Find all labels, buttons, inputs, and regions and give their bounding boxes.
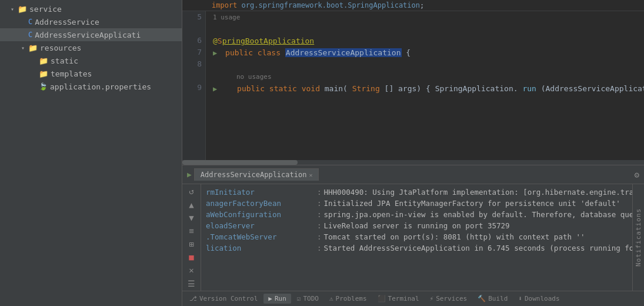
line-num-blank2: - [186,70,202,82]
keyword-public: public [225,48,258,57]
line-num-8: 8 [186,58,202,70]
code-lines: 1 usage @SpringBootApplication ▶ public … [206,11,644,160]
log-sep-2: : [317,209,322,220]
run-arrow-9: ▶ [213,85,217,93]
sidebar-item-addressservice[interactable]: C AddressService [0,15,182,28]
stop-button[interactable]: ■ [185,252,198,262]
log-line-3: eloadServer : LiveReload server is runni… [201,220,632,231]
main-run-args: (AddressServiceApplication. [541,84,644,93]
log-msg-5: Started AddressServiceApplication in 6.7… [324,242,632,254]
code-line-9-content: public static void main( String [] args)… [225,84,644,93]
todo-icon: ☑ [297,295,301,302]
sidebar-item-label-addressservice: AddressService [35,18,99,26]
file-tree-sidebar: ▾ 📁 service C AddressService C AddressSe… [0,0,182,306]
line-num-blank1: - [186,23,202,35]
main-method: main( [325,84,348,93]
log-msg-4: Tomcat started on port(s): 8081 (http) w… [324,231,585,242]
tab-downloads[interactable]: ⬇ Downloads [513,294,564,304]
editor-scrollbar-thumb [182,160,298,165]
sidebar-item-label-static: static [51,56,78,65]
sidebar-item-templates[interactable]: 📁 templates [0,67,182,80]
log-msg-1: Initialized JPA EntityManagerFactory for… [324,198,620,209]
sidebar-item-label-addressserviceapp: AddressServiceApplicati [35,31,141,39]
folder-icon-service: 📁 [18,5,27,14]
log-line-0: rmInitiator : HHH000490: Using JtaPlatfo… [201,187,632,198]
run-tab-icon: ▶ [268,295,272,302]
close-panel-button[interactable]: ✕ [185,265,198,275]
editor-area: import org.springframework.boot.SpringAp… [182,0,644,165]
main-args: [] args) { SpringApplication. [385,84,518,93]
java-icon-addressserviceapp: C [28,31,32,39]
java-icon-addressservice: C [28,18,32,26]
folder-icon-templates: 📁 [39,69,48,78]
run-tab-addressservice[interactable]: AddressServiceApplication ✕ [194,168,319,181]
code-line-6: @SpringBootApplication [213,35,637,47]
log-line-1: anagerFactoryBean : Initialized JPA Enti… [201,198,632,209]
log-line-5: lication : Started AddressServiceApplica… [201,242,632,254]
tab-build[interactable]: 🔨 Build [473,294,512,304]
tab-label-todo: TODO [303,295,319,302]
folder-icon-resources: 📁 [28,44,38,52]
build-icon: 🔨 [478,295,486,302]
tab-services[interactable]: ⚡ Services [425,294,472,304]
log-source-2: aWebConfiguration [206,209,315,220]
editor-scrollbar-h[interactable] [182,160,644,165]
run-sidebar-buttons: ↺ ▲ ▼ ≡ ⊞ ■ ✕ ☰ [182,184,201,291]
keyword-public2: public [237,84,269,93]
run-tab-close[interactable]: ✕ [309,172,312,178]
run-panel: ▶ AddressServiceApplication ✕ ⚙ ↺ ▲ ▼ ≡ … [182,165,644,306]
code-line-5: 1 usage [213,11,637,24]
editor-top-partial: import org.springframework.boot.SpringAp… [182,0,644,11]
log-sep-5: : [317,242,322,254]
wrap-button[interactable]: ≡ [185,226,198,235]
rerun-button[interactable]: ↺ [185,187,198,196]
scroll-down-button[interactable]: ▼ [185,213,198,222]
tab-terminal[interactable]: ⬛ Terminal [373,294,424,304]
log-source-1: anagerFactoryBean [206,198,315,209]
sidebar-item-service[interactable]: ▾ 📁 service [0,2,182,15]
code-line-nousages: no usages [213,71,637,83]
file-tree: ▾ 📁 service C AddressService C AddressSe… [0,0,182,306]
notifications-panel: Notifications [632,184,644,291]
tab-label-services: Services [436,295,467,302]
menu-button[interactable]: ☰ [185,279,198,288]
run-log-output[interactable]: rmInitiator : HHH000490: Using JtaPlatfo… [201,184,632,291]
services-icon: ⚡ [430,295,434,302]
run-arrow-7: ▶ [213,49,217,57]
layout-button[interactable]: ⊞ [185,240,198,249]
tab-todo[interactable]: ☑ TODO [292,294,323,304]
keyword-static: static [269,84,302,93]
annotation-spring-prefix: S [218,36,222,45]
sidebar-item-static[interactable]: 📁 static [0,54,182,67]
line-numbers: 5 - 6 7 8 - 9 [182,11,206,160]
editor-content[interactable]: 5 - 6 7 8 - 9 1 usage @SpringBootApplica… [182,11,644,160]
arrow-spacer-2 [21,32,28,38]
sidebar-item-label-resources: resources [40,44,81,52]
log-source-4: .TomcatWebServer [206,231,315,242]
sidebar-item-addressserviceapp[interactable]: C AddressServiceApplicati [0,28,182,41]
annotation-spring-text: pringBootApplication [222,36,315,45]
tab-problems[interactable]: ⚠ Problems [325,294,372,304]
tab-version-control[interactable]: ⎇ Version Control [185,294,262,304]
log-line-2: aWebConfiguration : spring.jpa.open-in-v… [201,209,632,220]
scroll-up-button[interactable]: ▲ [185,199,198,209]
notifications-label[interactable]: Notifications [635,208,642,267]
tab-run[interactable]: ▶ Run [263,294,291,304]
sidebar-item-resources[interactable]: ▾ 📁 resources [0,41,182,54]
annotation-spring: @ [213,36,218,45]
sidebar-item-appprops[interactable]: 🍃 application.properties [0,80,182,93]
run-gear-icon[interactable]: ⚙ [635,170,639,179]
log-source-5: lication [206,242,315,254]
sidebar-item-label-appprops: application.properties [50,82,151,91]
sidebar-item-label-templates: templates [51,69,92,78]
line-num-7: 7 [186,46,202,58]
expand-arrow-resources: ▾ [21,45,28,51]
folder-icon-static: 📁 [39,56,48,65]
main-area: import org.springframework.boot.SpringAp… [182,0,644,306]
keyword-void: void [302,84,325,93]
sidebar-item-label-service: service [29,5,62,14]
problems-icon: ⚠ [329,295,333,302]
line-num-6: 6 [186,35,202,46]
expand-arrow-service: ▾ [11,6,18,12]
usage-hint-5: 1 usage [213,14,240,21]
